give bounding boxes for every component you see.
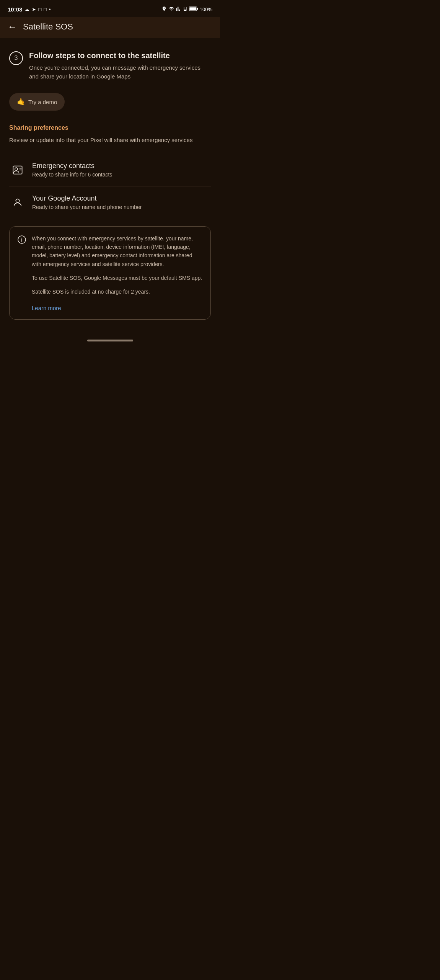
info-paragraph-3: Satellite SOS is included at no charge f… [32,287,203,296]
sharing-preferences-section: Sharing preferences Review or update inf… [9,124,211,145]
instagram2-icon: □ [44,7,47,12]
emergency-contacts-text: Emergency contacts Ready to share info f… [32,162,112,178]
info-paragraph-1: When you connect with emergency services… [32,234,203,269]
step-description: Once you're connected, you can message w… [29,64,211,81]
top-bar: ← Satellite SOS [0,17,220,38]
step-card: 3 Follow steps to connect to the satelli… [9,47,211,81]
instagram-icon: □ [38,7,41,12]
wifi-icon [168,6,174,13]
status-bar: 10:03 ☁ ➤ □ □ • [0,0,220,17]
google-account-title: Your Google Account [32,194,142,203]
info-card: When you connect with emergency services… [9,226,211,320]
status-right: 100% [161,6,212,13]
info-card-content: When you connect with emergency services… [32,234,203,312]
sharing-preferences-description: Review or update info that your Pixel wi… [9,136,211,145]
learn-more-link[interactable]: Learn more [32,305,61,311]
svg-rect-2 [189,7,196,10]
back-button[interactable]: ← [8,21,17,32]
step-number: 3 [9,51,23,65]
svg-point-4 [15,168,18,170]
demo-icon: 🤙 [17,98,25,106]
navigation-icon: ➤ [32,7,36,12]
dot-icon: • [49,7,51,12]
page-title: Satellite SOS [23,22,73,32]
separator-1 [9,186,211,186]
google-account-text: Your Google Account Ready to share your … [32,194,142,210]
emergency-contacts-subtitle: Ready to share info for 6 contacts [32,172,112,178]
main-content: 3 Follow steps to connect to the satelli… [0,38,220,329]
svg-rect-1 [197,8,198,10]
mobile-signal-icon [183,6,187,13]
status-time: 10:03 [8,6,22,13]
battery-percent: 100% [200,7,212,12]
battery-icon [189,6,198,13]
try-demo-button[interactable]: 🤙 Try a demo [9,93,65,111]
google-account-item[interactable]: Your Google Account Ready to share your … [9,188,211,217]
emergency-contacts-title: Emergency contacts [32,162,112,170]
info-paragraph-2: To use Satellite SOS, Google Messages mu… [32,274,203,282]
wifi-calling-icon: ☁ [24,7,29,12]
emergency-contacts-icon [9,162,26,178]
sharing-preferences-title: Sharing preferences [9,124,211,131]
signal-icon [176,6,181,13]
step-content: Follow steps to connect to the satellite… [29,51,211,81]
svg-point-7 [16,199,19,202]
step-heading: Follow steps to connect to the satellite [29,51,211,60]
google-account-icon [9,194,26,211]
status-left: 10:03 ☁ ➤ □ □ • [8,6,51,13]
home-bar [87,340,133,341]
location-icon [161,6,167,13]
demo-label: Try a demo [28,99,57,105]
emergency-contacts-item[interactable]: Emergency contacts Ready to share info f… [9,155,211,185]
home-indicator [0,335,220,345]
info-icon [17,235,26,244]
google-account-subtitle: Ready to share your name and phone numbe… [32,204,142,210]
